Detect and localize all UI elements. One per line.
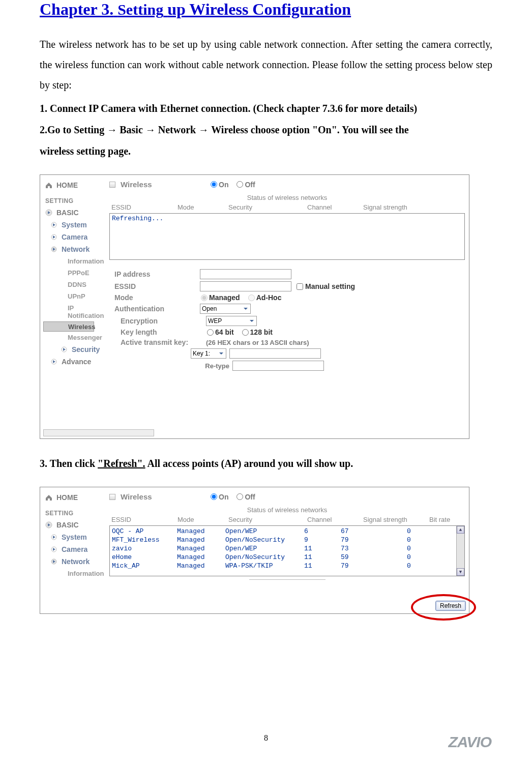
sidebar-item-system[interactable]: System	[43, 219, 107, 231]
sidebar-basic[interactable]: BASIC	[43, 207, 107, 219]
col-signal: Signal strength	[363, 203, 429, 211]
wireless-on-radio[interactable]	[211, 181, 217, 188]
essid-input[interactable]	[200, 281, 291, 291]
sidebar-basic[interactable]: BASIC	[43, 519, 107, 531]
sidebar-item-camera[interactable]: Camera	[43, 543, 107, 555]
network-cell-br: 0	[407, 553, 427, 562]
networks-list[interactable]: OQC - APManagedOpen/WEP6670MFT_WirelessM…	[109, 525, 465, 576]
sidebar-item-pppoe[interactable]: PPPoE	[43, 267, 107, 279]
col-mode: Mode	[178, 516, 228, 523]
sidebar-item-label: Information	[68, 257, 104, 265]
sidebar-item-advance[interactable]: Advance	[43, 356, 107, 368]
sidebar-item-messenger[interactable]: Messenger	[43, 332, 107, 343]
step-3-refresh: "Refresh".	[98, 458, 145, 469]
mode-managed-radio[interactable]	[201, 295, 208, 301]
network-cell-br: 0	[407, 536, 427, 544]
ip-address-input[interactable]	[200, 269, 291, 279]
item-icon	[49, 221, 58, 229]
network-row[interactable]: MFT_WirelessManagedOpen/NoSecurity9790	[112, 536, 462, 544]
network-cell-ch: 11	[304, 544, 341, 553]
sidebar-section-setting: SETTING	[43, 504, 107, 519]
section-icon	[109, 182, 115, 188]
scroll-down-icon[interactable]: ▼	[457, 568, 464, 576]
keylen-label: Key length	[121, 328, 206, 336]
sidebar-item-information[interactable]: Information	[43, 568, 107, 579]
keylen-128-radio[interactable]	[242, 329, 249, 336]
wireless-off-radio[interactable]	[237, 493, 243, 500]
key-select[interactable]: Key 1:	[191, 348, 226, 359]
sidebar-item-security[interactable]: Security	[43, 343, 107, 356]
key-input[interactable]	[229, 348, 321, 359]
col-essid: ESSID	[111, 516, 178, 523]
wireless-on-label: On	[219, 181, 228, 189]
hex-hint: (26 HEX chars or 13 ASCII chars)	[206, 339, 309, 346]
sidebar-home[interactable]: HOME	[43, 491, 107, 504]
sidebar-item-network[interactable]: Network	[43, 243, 107, 255]
encryption-select[interactable]: WEP	[206, 316, 257, 326]
horizontal-scrollbar[interactable]	[43, 429, 154, 436]
sidebar-item-system[interactable]: System	[43, 531, 107, 543]
col-channel: Channel	[307, 203, 363, 211]
networks-header: ESSID Mode Security Channel Signal stren…	[109, 516, 465, 525]
sidebar: HOME SETTING BASIC System Camera Network	[40, 175, 109, 438]
step-2: 2.Go to Setting → Basic → Network → Wire…	[40, 120, 492, 140]
sidebar-basic-label: BASIC	[56, 521, 79, 529]
keylen-64-radio[interactable]	[207, 329, 214, 336]
network-cell-sec: Open/NoSecurity	[225, 536, 304, 544]
retype-input[interactable]	[232, 361, 324, 371]
network-cell-mode: Managed	[177, 527, 225, 536]
sidebar-item-network[interactable]: Network	[43, 555, 107, 568]
network-cell-ch: 9	[304, 536, 341, 544]
sidebar-item-ddns[interactable]: DDNS	[43, 279, 107, 290]
sidebar-item-label: DDNS	[68, 281, 86, 288]
sidebar-home-label: HOME	[56, 181, 78, 189]
network-cell-sec: Open/WEP	[225, 544, 304, 553]
sidebar-item-label: Wireless	[68, 323, 95, 331]
mode-label: Mode	[114, 293, 200, 302]
expand-icon	[49, 557, 58, 566]
networks-header: ESSID Mode Security Channel Signal stren…	[109, 203, 465, 213]
sidebar-item-ipnotify[interactable]: IP Notification	[43, 302, 107, 321]
sidebar-item-label: Network	[62, 557, 90, 566]
section-icon	[109, 494, 115, 500]
sidebar-home[interactable]: HOME	[43, 179, 107, 191]
wireless-on-radio[interactable]	[211, 493, 217, 500]
network-row[interactable]: Mick_APManagedWPA-PSK/TKIP11790	[112, 562, 462, 570]
item-icon	[49, 233, 58, 241]
sidebar-item-camera[interactable]: Camera	[43, 231, 107, 243]
sidebar-item-label: IP Notification	[68, 304, 107, 319]
sidebar-item-label: UPnP	[68, 292, 85, 300]
network-row[interactable]: eHomeManagedOpen/NoSecurity11590	[112, 553, 462, 562]
sidebar-home-label: HOME	[56, 493, 78, 502]
expand-icon	[44, 521, 53, 529]
network-cell-sig: 73	[341, 544, 407, 553]
network-cell-br: 0	[407, 562, 427, 570]
networks-list[interactable]: Refreshing...	[109, 213, 465, 260]
network-row[interactable]: zavioManagedOpen/WEP11730	[112, 544, 462, 553]
expand-icon	[49, 245, 58, 253]
auth-select[interactable]: Open	[200, 304, 251, 314]
wireless-off-label: Off	[245, 493, 255, 501]
step-3: 3. Then click "Refresh". All access poin…	[40, 453, 492, 474]
manual-setting-checkbox[interactable]	[297, 283, 303, 290]
refresh-button[interactable]: Refresh	[435, 601, 466, 611]
encryption-label: Encryption	[121, 317, 206, 325]
retype-label: Re-type	[195, 362, 229, 370]
sidebar-item-label: Advance	[62, 358, 91, 366]
sidebar-item-label: Camera	[62, 233, 87, 241]
home-icon	[44, 181, 53, 189]
scroll-up-icon[interactable]: ▲	[457, 526, 464, 534]
brand-logo: ZAVIO	[449, 733, 491, 751]
network-row[interactable]: OQC - APManagedOpen/WEP6670	[112, 527, 462, 536]
sidebar-item-label: Camera	[62, 545, 87, 553]
item-icon	[49, 533, 58, 541]
step-2-a: 2.Go to Setting	[40, 124, 104, 135]
vertical-scrollbar[interactable]: ▲ ▼	[456, 526, 464, 576]
chapter-title-rest: up Wireless Configuration	[167, 0, 351, 18]
mode-adhoc-radio[interactable]	[248, 295, 255, 301]
sidebar-item-information[interactable]: Information	[43, 255, 107, 267]
sidebar-item-wireless[interactable]: Wireless	[43, 321, 94, 332]
wireless-off-radio[interactable]	[237, 181, 243, 188]
sidebar-item-upnp[interactable]: UPnP	[43, 290, 107, 302]
wireless-networks-panel: Wireless On Off Status of wireless netwo…	[109, 487, 469, 613]
